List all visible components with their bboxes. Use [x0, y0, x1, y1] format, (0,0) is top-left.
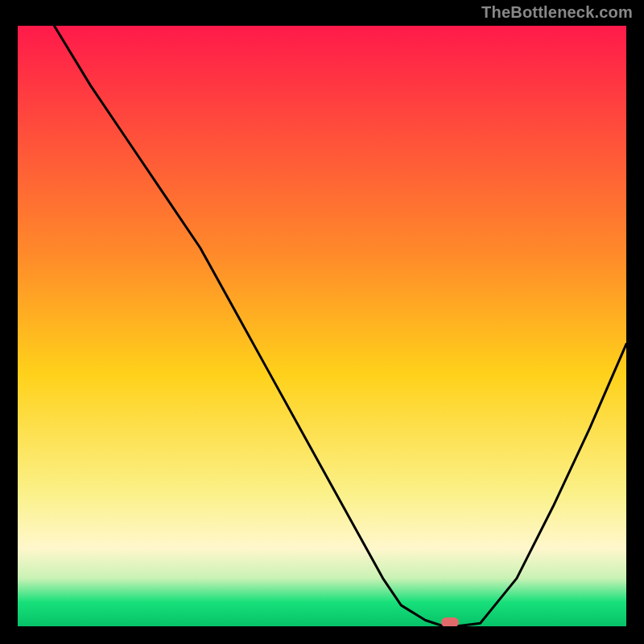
bottleneck-curve [54, 26, 626, 626]
curve-layer [18, 26, 626, 626]
optimal-point-marker [441, 617, 459, 627]
plot-frame [14, 23, 630, 630]
chart-stage: TheBottleneck.com [0, 0, 644, 644]
watermark-text: TheBottleneck.com [481, 3, 633, 22]
